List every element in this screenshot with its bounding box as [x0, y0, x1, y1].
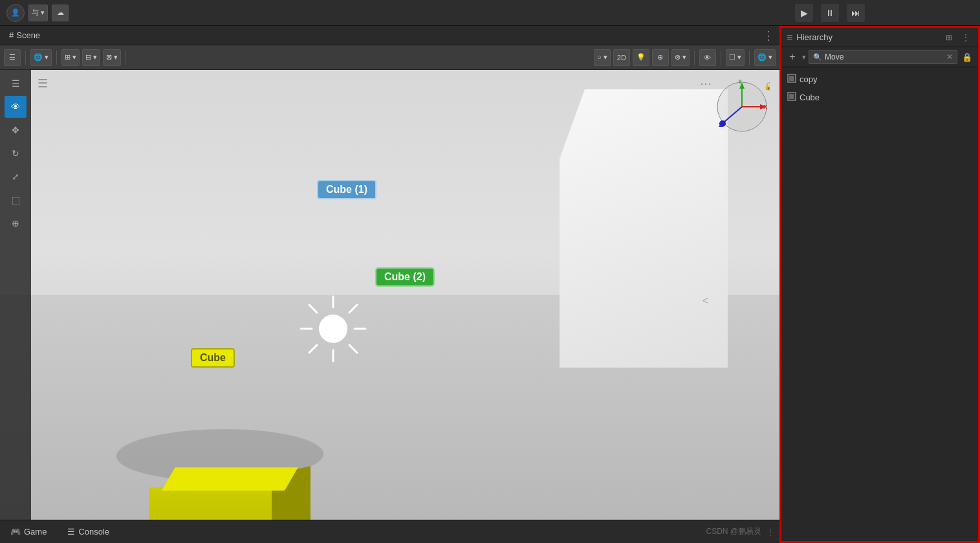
- svg-line-5: [349, 345, 357, 353]
- hierarchy-search-input[interactable]: [825, 52, 944, 61]
- playback-controls: ▶ ⏸ ⏭: [795, 4, 865, 22]
- move-tool-btn[interactable]: ✥: [5, 119, 27, 141]
- toolbar-scale-btn[interactable]: ⊠ ▾: [103, 49, 121, 66]
- transform-tool-btn[interactable]: ⊕: [5, 212, 27, 234]
- tab-options-button[interactable]: ⋮: [763, 28, 774, 43]
- top-bar-left: 👤 与 ▾ ☁: [6, 4, 790, 22]
- hierarchy-maximize-btn[interactable]: ⊞: [942, 30, 956, 45]
- scene-toolbar: ☰ 🌐 ▾ ⊞ ▾ ⊟ ▾ ⊠ ▾ ○ ▾ 2D 💡 ⊕ ⊗ ▾ 👁 ☐ ▾ 🌐…: [0, 45, 779, 70]
- svg-rect-23: [789, 94, 794, 99]
- toolbar-display2-btn[interactable]: ☐ ▾: [726, 49, 745, 66]
- game-tab-icon: 🎮: [10, 527, 21, 537]
- toolbar-layers-btn[interactable]: ⊗ ▾: [671, 49, 690, 66]
- toolbar-shading-btn[interactable]: 🌐 ▾: [754, 49, 776, 66]
- hierarchy-item-cube[interactable]: Cube: [781, 88, 978, 106]
- toolbar-move-btn[interactable]: ⊞ ▾: [61, 49, 80, 66]
- svg-text:🔒: 🔒: [764, 81, 770, 91]
- hierarchy-add-btn[interactable]: +: [785, 50, 800, 64]
- scene-tab[interactable]: # Scene: [5, 30, 44, 40]
- sun-svg: [298, 293, 369, 364]
- toolbar-display-btn[interactable]: ☰: [4, 49, 21, 66]
- scene-panel: # Scene ⋮ ☰ 🌐 ▾ ⊞ ▾ ⊟ ▾ ⊠ ▾ ○ ▾ 2D 💡 ⊕ ⊗…: [0, 26, 779, 543]
- toolbar-sep-4: [694, 50, 695, 65]
- game-tab-label: Game: [24, 527, 47, 537]
- search-icon: 🔍: [813, 53, 822, 61]
- toolbar-global-btn[interactable]: 🌐 ▾: [30, 49, 52, 66]
- orientation-gizmo: Y X Z 🔒: [715, 80, 770, 137]
- menu-dropdown[interactable]: 与 ▾: [28, 5, 48, 21]
- console-tab-label: Console: [78, 527, 109, 537]
- hierarchy-header: ≡ Hierarchy ⊞ ⋮: [781, 28, 978, 47]
- hierarchy-panel: ≡ Hierarchy ⊞ ⋮ + ▾ 🔍 ✕ 🔒 cop: [779, 26, 980, 543]
- cube-top-face: [162, 467, 298, 491]
- cloud-button[interactable]: ☁: [52, 5, 69, 21]
- cube2-label: Cube (2): [375, 267, 435, 287]
- game-tab[interactable]: 🎮 Game: [5, 524, 52, 539]
- cube1-label: Cube (1): [317, 180, 376, 199]
- search-clear-btn[interactable]: ✕: [946, 52, 953, 61]
- bottom-options-icon[interactable]: ⋮: [767, 527, 774, 537]
- svg-text:Z: Z: [719, 122, 723, 128]
- hierarchy-item-copy[interactable]: copy: [781, 70, 978, 88]
- play-button[interactable]: ▶: [795, 4, 813, 22]
- toolbar-sep-1: [25, 50, 26, 65]
- scene-dots-icon[interactable]: ⋯: [700, 76, 712, 91]
- scale-tool-btn[interactable]: ⤢: [5, 166, 27, 188]
- svg-point-8: [319, 315, 347, 343]
- sun-effect: [298, 293, 369, 364]
- rotate-tool-btn[interactable]: ↻: [5, 142, 27, 164]
- svg-rect-21: [789, 76, 794, 81]
- svg-text:Y: Y: [738, 80, 742, 85]
- scene-tab-icon: #: [9, 30, 14, 40]
- hierarchy-item-cube-label: Cube: [800, 93, 820, 102]
- account-button[interactable]: 👤: [6, 4, 25, 22]
- bottom-right: CSDN @鹏易灵 ⋮: [706, 526, 774, 537]
- hierarchy-items: copy Cube: [781, 67, 978, 541]
- toolbar-vis-btn[interactable]: 👁: [699, 49, 716, 66]
- scene-tab-bar: # Scene ⋮: [0, 26, 779, 45]
- hierarchy-item-copy-label: copy: [800, 74, 817, 84]
- hierarchy-item-copy-icon: [787, 73, 797, 85]
- hierarchy-search-row: + ▾ 🔍 ✕ 🔒: [781, 47, 978, 67]
- svg-line-7: [309, 345, 317, 353]
- menu-tool-btn[interactable]: ☰: [5, 72, 27, 94]
- toolbar-sep-5: [721, 50, 721, 65]
- toolbar-sep-2: [56, 50, 57, 65]
- rect-tool-btn[interactable]: ⬚: [5, 189, 27, 211]
- toolbar-2d-btn[interactable]: 2D: [613, 49, 630, 66]
- toolbar-circle-btn[interactable]: ○ ▾: [594, 49, 611, 66]
- toolbar-sep-3: [125, 50, 126, 65]
- svg-text:X: X: [763, 104, 767, 110]
- cube-front-face: [149, 487, 275, 520]
- hierarchy-icon: ≡: [787, 32, 792, 43]
- console-tab[interactable]: ☰ Console: [62, 524, 114, 539]
- hierarchy-lock-btn[interactable]: 🔒: [960, 50, 974, 64]
- gizmo-svg: Y X Z 🔒: [715, 80, 770, 135]
- left-tools-panel: ☰ 👁 ✥ ↻ ⤢ ⬚ ⊕: [0, 70, 31, 520]
- svg-line-4: [309, 305, 317, 313]
- scene-viewport: Cube (1) Cube (2) Cube ☰: [0, 70, 779, 520]
- hierarchy-search-box: 🔍 ✕: [809, 50, 957, 64]
- svg-line-6: [349, 305, 357, 313]
- white-shape: [560, 89, 728, 368]
- hierarchy-dropdown-btn[interactable]: ▾: [802, 53, 806, 61]
- credit-text: CSDN @鹏易灵: [706, 526, 761, 537]
- scene-hamburger-icon[interactable]: ☰: [38, 76, 48, 91]
- pause-button[interactable]: ⏸: [821, 4, 839, 22]
- toolbar-pivot-btn[interactable]: ⊕: [652, 49, 669, 66]
- scene-tab-label: Scene: [16, 30, 40, 40]
- scene-collapse-icon[interactable]: <: [702, 295, 708, 307]
- hierarchy-title: Hierarchy: [796, 32, 833, 42]
- toolbar-rotate-btn[interactable]: ⊟ ▾: [82, 49, 100, 66]
- toolbar-sep-6: [749, 50, 750, 65]
- cube-label: Cube: [191, 348, 235, 368]
- hierarchy-options-btn[interactable]: ⋮: [959, 30, 973, 45]
- bottom-bar: 🎮 Game ☰ Console CSDN @鹏易灵 ⋮: [0, 520, 779, 543]
- toolbar-light-btn[interactable]: 💡: [633, 49, 649, 66]
- step-button[interactable]: ⏭: [847, 4, 865, 22]
- hierarchy-item-cube-icon: [787, 91, 797, 104]
- scene-background: Cube (1) Cube (2) Cube ☰: [0, 70, 779, 520]
- console-tab-icon: ☰: [67, 527, 75, 537]
- view-tool-btn[interactable]: 👁: [5, 96, 27, 118]
- main-area: # Scene ⋮ ☰ 🌐 ▾ ⊞ ▾ ⊟ ▾ ⊠ ▾ ○ ▾ 2D 💡 ⊕ ⊗…: [0, 26, 980, 543]
